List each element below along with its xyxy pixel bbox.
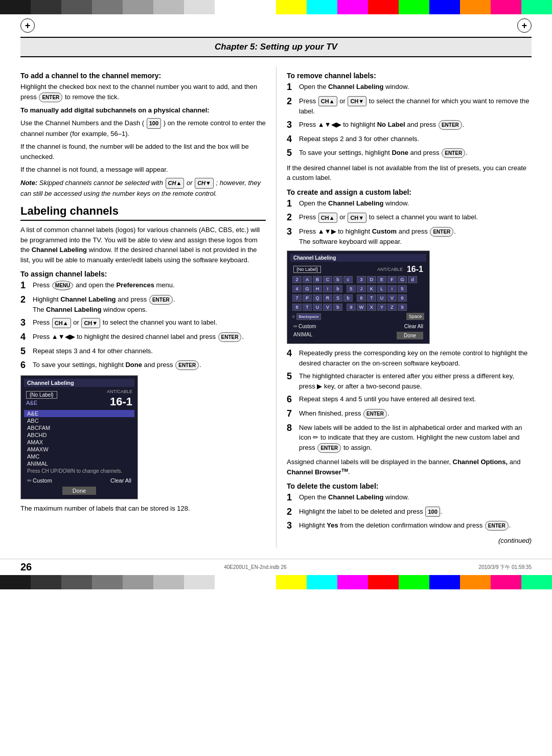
kb-key-z: Z: [387, 304, 397, 311]
kb-key-92: 9: [398, 304, 407, 311]
kb-key-g: G: [398, 276, 407, 283]
ch-dn-r2: CH▼: [348, 96, 366, 107]
assign-heading: To assign channel labels:: [20, 270, 266, 278]
color-block-2: [31, 0, 61, 14]
create-step-2: 2 Press CH▲ or CH▼ to select a channel y…: [287, 212, 532, 223]
scr-channel-num-1: 16-1: [107, 395, 132, 408]
manually-add-p2: If the channel is found, the number will…: [20, 142, 266, 162]
kb-key-x: X: [367, 304, 376, 311]
remove-step-3: 3 Press ▲▼◀▶ to highlight No Label and p…: [287, 120, 532, 131]
kb-key-t2: T: [303, 304, 312, 311]
kb-key-b2: b: [333, 276, 342, 283]
kb-key-2: 2: [292, 276, 302, 283]
kb-key-62: 6: [398, 294, 407, 302]
enter-button-icon: ENTER: [39, 93, 62, 102]
color-block-pink: [491, 0, 521, 14]
scr-ant-1: ANT/CABLE: [107, 389, 132, 394]
kb-key-b3: b: [333, 285, 342, 292]
ch-up-icon-note: CH▲: [166, 178, 185, 189]
kb-key-c: C: [323, 276, 332, 283]
kb-key-b5: b: [333, 304, 342, 311]
max-labels-text: The maximum number of labels that can be…: [20, 503, 266, 514]
color-block-3: [61, 0, 92, 14]
color-bar-bottom: [0, 575, 552, 589]
create-steps: 1 Open the Channel Labeling window. 2 Pr…: [287, 198, 532, 247]
kb-actions-row: ✏ Custom Clear All: [290, 322, 426, 331]
add-channel-text: Highlight the checked box next to the ch…: [20, 82, 266, 102]
scr-list-item-amaxw: AMAXW: [24, 446, 134, 453]
ch-down-icon-s3: CH▼: [81, 318, 100, 329]
step-3: 3 Press CH▲ or CH▼ to select the channel…: [20, 317, 266, 329]
scr-note-1: Press CH UP/DOWN to change channels.: [24, 467, 134, 475]
scr-list-item-abc: ABC: [24, 417, 134, 424]
color-block-orange: [460, 0, 491, 14]
kb-enter-key: Space: [406, 313, 424, 320]
kb-key-y: Y: [377, 304, 386, 311]
chapter-header: Chapter 5: Setting up your TV: [20, 37, 532, 57]
kb-row-4: 8 T U V b 9 W X Y Z 9: [292, 304, 424, 311]
delete-steps: 1 Open the Channel Labeling window. 2 Hi…: [287, 492, 532, 532]
color-block-1: [0, 0, 31, 14]
kb-key-i2: i: [387, 285, 397, 292]
color-block-green: [399, 0, 429, 14]
assign-steps: 1 Press MENU and open the Preferences me…: [20, 280, 266, 371]
page-number: 26: [20, 561, 32, 573]
remove-step-4: 4 Repeat steps 2 and 3 for other channel…: [287, 134, 532, 145]
manually-add-p1: Use the Channel Numbers and the Dash ( 1…: [20, 118, 266, 139]
ch-up-r2: CH▲: [318, 96, 337, 107]
remove-step-5: 5 To save your settings, highlight Done …: [287, 148, 532, 159]
scr-list-item-amc: AMC: [24, 453, 134, 460]
main-content: To add a channel to the channel memory: …: [0, 61, 552, 554]
kb-key-j: J: [357, 285, 366, 292]
color-block-cyan: [307, 0, 337, 14]
color-block-4: [92, 0, 123, 14]
channel-labeling-screenshot-1: Channel Labeling {No Label} A&E ANT/CABL…: [20, 375, 138, 499]
kb-no-label: {No Label}: [293, 266, 321, 273]
kb-key-b: B: [313, 276, 322, 283]
scr-done-btn-1: Done: [62, 487, 96, 495]
kb-top-row: {No Label} ANT/CABLE 16-1: [290, 264, 426, 275]
kb-custom-label: Custom: [298, 324, 316, 329]
color-block-teal: [521, 0, 552, 14]
enter-c7: ENTER: [363, 409, 387, 419]
create-step-5: 5 The highlighted character is entered a…: [287, 371, 532, 391]
enter-d3: ENTER: [485, 521, 509, 531]
right-column: To remove channel labels: 1 Open the Cha…: [276, 66, 532, 548]
enter-c3: ENTER: [430, 227, 453, 237]
kb-key-4: 4: [292, 285, 302, 292]
kb-row-2: 4 G H I b 5 J K L i 5: [292, 285, 424, 292]
color-block-7: [184, 0, 215, 14]
scr-no-label-1: {No Label}: [26, 391, 57, 399]
enter-r5: ENTER: [442, 148, 465, 158]
create-step-1: 1 Open the Channel Labeling window.: [287, 198, 532, 210]
reg-marks-row: [0, 14, 552, 37]
manually-add-p3: If the channel is not found, a message w…: [20, 165, 266, 175]
kb-key-8: 8: [292, 304, 302, 311]
remove-step-1: 1 Open the Channel Labeling window.: [287, 82, 532, 93]
remove-note: If the desired channel label is not avai…: [287, 163, 532, 183]
scr-title-1: Channel Labeling: [24, 379, 134, 387]
kb-custom-area: ✏ Custom: [293, 324, 316, 329]
kb-row-3: 7 P Q R S b 6 T U V 6: [292, 294, 424, 302]
scr-done-row-1: Done: [24, 486, 134, 496]
delete-step-1: 1 Open the Channel Labeling window.: [287, 492, 532, 503]
scr-custom-area: ✏ Custom: [27, 477, 52, 484]
left-column: To add a channel to the channel memory: …: [20, 66, 276, 548]
color-block-yellow: [276, 0, 307, 14]
kb-key-d2: d: [408, 276, 417, 283]
remove-step-2: 2 Press CH▲ or CH▼ to select the channel…: [287, 96, 532, 117]
create-steps-cont: 4 Repeatedly press the corresponding key…: [287, 348, 532, 452]
kb-clear-all: Clear All: [404, 324, 423, 329]
kb-key-52: 5: [398, 285, 407, 292]
kb-key-5: 5: [347, 285, 356, 292]
kb-key-i: I: [323, 285, 332, 292]
kb-0-label: 0: [292, 314, 294, 319]
kb-key-u2: U: [313, 304, 322, 311]
kb-key-7: 7: [292, 294, 302, 302]
color-block-red: [368, 0, 399, 14]
enter-icon-s6: ENTER: [175, 360, 199, 370]
scr-list-item-abcfam: ABCFAM: [24, 424, 134, 431]
color-block-6: [153, 0, 184, 14]
ch-up-c2: CH▲: [318, 213, 337, 223]
enter-r3: ENTER: [439, 120, 462, 130]
